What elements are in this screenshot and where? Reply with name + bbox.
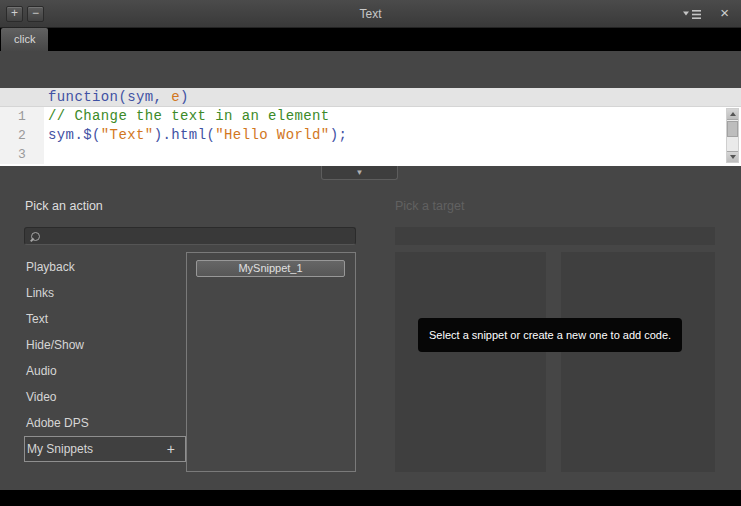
- signature-param: e: [171, 89, 180, 105]
- arrow-down-icon: [730, 155, 736, 159]
- action-search-input[interactable]: [46, 230, 349, 242]
- comment-token: // Change the text in an element: [48, 108, 330, 124]
- signature-token: function(sym,: [48, 89, 171, 105]
- category-my-snippets[interactable]: My Snippets +: [24, 436, 186, 462]
- code-token: );: [330, 127, 348, 143]
- window-title: Text: [0, 7, 741, 21]
- action-category-list: Playback Links Text Hide/Show Audio Vide…: [24, 254, 186, 462]
- category-playback[interactable]: Playback: [24, 254, 186, 280]
- signature-token: ): [180, 89, 189, 105]
- code-text: // Change the text in an element: [44, 107, 330, 126]
- collapse-editor-button[interactable]: ▼: [321, 166, 398, 180]
- editor-function-signature: function(sym, e): [0, 88, 741, 107]
- arrow-up-icon: [730, 112, 736, 116]
- snippet-list-panel: MySnippet_1: [186, 252, 356, 472]
- target-search-bar-disabled: [395, 227, 715, 245]
- snippet-item-mysnippet-1[interactable]: MySnippet_1: [196, 260, 345, 277]
- pick-target-title: Pick a target: [395, 199, 464, 213]
- category-hide-show[interactable]: Hide/Show: [24, 332, 186, 358]
- string-token: "Text": [101, 127, 154, 143]
- tab-click[interactable]: click: [1, 28, 48, 51]
- code-token: sym.$(: [48, 127, 101, 143]
- code-line-3: 3: [0, 145, 741, 164]
- title-bar: + − Text ×: [0, 0, 741, 28]
- tab-bar: click: [0, 28, 741, 51]
- code-text: sym.$("Text").html("Hello World");: [44, 126, 347, 145]
- category-text[interactable]: Text: [24, 306, 186, 332]
- category-adobe-dps[interactable]: Adobe DPS: [24, 410, 186, 436]
- code-token: ).html(: [154, 127, 216, 143]
- category-links[interactable]: Links: [24, 280, 186, 306]
- scroll-up-button[interactable]: [727, 109, 738, 120]
- my-snippets-label: My Snippets: [27, 437, 93, 461]
- scrollbar-thumb[interactable]: [727, 121, 738, 137]
- add-snippet-button[interactable]: +: [167, 442, 185, 456]
- snippet-hint-tooltip: Select a snippet or create a new one to …: [418, 318, 682, 352]
- close-icon[interactable]: ×: [720, 5, 729, 21]
- code-line-1: 1 // Change the text in an element: [0, 107, 741, 126]
- scroll-down-button[interactable]: [727, 151, 738, 162]
- panel-menu-icon[interactable]: [683, 9, 701, 20]
- search-icon: [31, 232, 40, 241]
- code-line-2: 2 sym.$("Text").html("Hello World");: [0, 126, 741, 145]
- code-text: [44, 145, 48, 164]
- target-elements-panel: [395, 252, 546, 472]
- category-audio[interactable]: Audio: [24, 358, 186, 384]
- bottom-bar: [0, 490, 741, 506]
- line-number: 3: [0, 145, 44, 164]
- actions-panel-window: + − Text × click function(sym, e) 1 // C…: [0, 0, 741, 506]
- target-options-panel: [561, 252, 715, 472]
- pick-action-title: Pick an action: [25, 199, 103, 213]
- code-editor[interactable]: function(sym, e) 1 // Change the text in…: [0, 88, 741, 166]
- action-search-box[interactable]: [24, 227, 356, 245]
- line-number: 2: [0, 126, 44, 145]
- category-video[interactable]: Video: [24, 384, 186, 410]
- string-token: "Hello World": [215, 127, 329, 143]
- line-number: 1: [0, 107, 44, 126]
- editor-scrollbar[interactable]: [726, 108, 739, 163]
